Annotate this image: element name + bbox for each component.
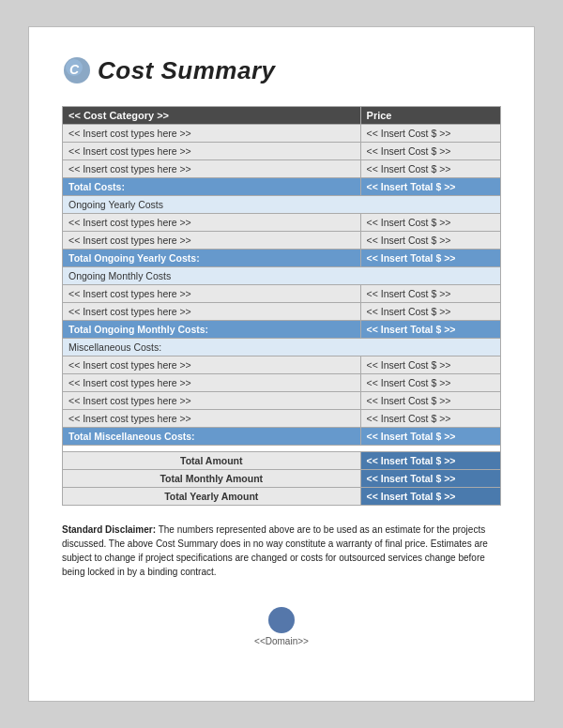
table-header-row: << Cost Category >> Price [63,107,501,125]
cost-price-cell: << Insert Cost $ >> [360,125,500,143]
cost-price-cell: << Insert Cost $ >> [360,232,500,250]
spacer-row [63,446,501,452]
table-row: << Insert cost types here >><< Insert Co… [63,374,501,392]
cost-price-cell: << Insert Cost $ >> [360,356,500,374]
total-label: Total Costs: [63,178,361,196]
cost-price-cell: << Insert Cost $ >> [360,392,500,410]
cost-category-cell: << Insert cost types here >> [63,125,361,143]
footer: <<Domain>> [62,607,501,646]
total-label: Total Ongoing Monthly Costs: [63,321,361,339]
cost-category-cell: << Insert cost types here >> [63,303,361,321]
page-header: C Cost Summary [62,55,501,85]
disclaimer: Standard Disclaimer: The numbers represe… [62,523,501,579]
total-row: Total Ongoing Monthly Costs:<< Insert To… [63,321,501,339]
table-row: << Insert cost types here >><< Insert Co… [63,285,501,303]
total-label: Total Ongoing Yearly Costs: [63,250,361,267]
table-row: << Insert cost types here >><< Insert Co… [63,143,501,160]
cost-category-cell: << Insert cost types here >> [63,356,361,374]
cost-table: << Cost Category >> Price << Insert cost… [62,106,501,506]
table-row: << Insert cost types here >><< Insert Co… [63,356,501,374]
section-label: Ongoing Yearly Costs [63,196,501,214]
table-row: << Insert cost types here >><< Insert Co… [63,232,501,250]
footer-logo-icon [268,607,295,633]
cost-price-cell: << Insert Cost $ >> [360,285,500,303]
footer-label: <<Domain>> [254,636,309,646]
page-title: Cost Summary [98,56,276,85]
cost-category-cell: << Insert cost types here >> [63,143,361,160]
svg-text:C: C [69,62,80,77]
total-row: Total Ongoing Yearly Costs:<< Insert Tot… [63,250,501,267]
col-header-category: << Cost Category >> [63,107,361,125]
total-value: << Insert Total $ >> [360,250,500,267]
section-label: Miscellaneous Costs: [63,339,501,356]
summary-row: Total Amount<< Insert Total $ >> [63,452,501,470]
table-row: << Insert cost types here >><< Insert Co… [63,410,501,428]
summary-value: << Insert Total $ >> [360,488,500,506]
cost-price-cell: << Insert Cost $ >> [360,143,500,160]
summary-row: Total Monthly Amount<< Insert Total $ >> [63,470,501,488]
summary-label: Total Amount [63,452,361,470]
section-label-row: Miscellaneous Costs: [63,339,501,356]
cost-price-cell: << Insert Cost $ >> [360,410,500,428]
cost-price-cell: << Insert Cost $ >> [360,160,500,178]
summary-label: Total Monthly Amount [63,470,361,488]
table-row: << Insert cost types here >><< Insert Co… [63,160,501,178]
disclaimer-bold: Standard Disclaimer: [62,524,156,535]
table-row: << Insert cost types here >><< Insert Co… [63,392,501,410]
cost-category-cell: << Insert cost types here >> [63,392,361,410]
cost-category-cell: << Insert cost types here >> [63,410,361,428]
section-label: Ongoing Monthly Costs [63,267,501,285]
section-label-row: Ongoing Monthly Costs [63,267,501,285]
cost-category-cell: << Insert cost types here >> [63,160,361,178]
cost-price-cell: << Insert Cost $ >> [360,303,500,321]
summary-label: Total Yearly Amount [63,488,361,506]
summary-value: << Insert Total $ >> [360,452,500,470]
total-row: Total Costs:<< Insert Total $ >> [63,178,501,196]
table-row: << Insert cost types here >><< Insert Co… [63,214,501,232]
logo-icon: C [62,55,92,85]
total-value: << Insert Total $ >> [360,321,500,339]
total-value: << Insert Total $ >> [360,428,500,446]
total-label: Total Miscellaneous Costs: [63,428,361,446]
total-value: << Insert Total $ >> [360,178,500,196]
summary-value: << Insert Total $ >> [360,470,500,488]
page: C Cost Summary << Cost Category >> Price… [28,26,535,702]
cost-price-cell: << Insert Cost $ >> [360,374,500,392]
col-header-price: Price [360,107,500,125]
table-row: << Insert cost types here >><< Insert Co… [63,125,501,143]
section-label-row: Ongoing Yearly Costs [63,196,501,214]
summary-row: Total Yearly Amount<< Insert Total $ >> [63,488,501,506]
cost-category-cell: << Insert cost types here >> [63,214,361,232]
cost-category-cell: << Insert cost types here >> [63,285,361,303]
cost-price-cell: << Insert Cost $ >> [360,214,500,232]
cost-category-cell: << Insert cost types here >> [63,374,361,392]
cost-category-cell: << Insert cost types here >> [63,232,361,250]
table-row: << Insert cost types here >><< Insert Co… [63,303,501,321]
total-row: Total Miscellaneous Costs:<< Insert Tota… [63,428,501,446]
